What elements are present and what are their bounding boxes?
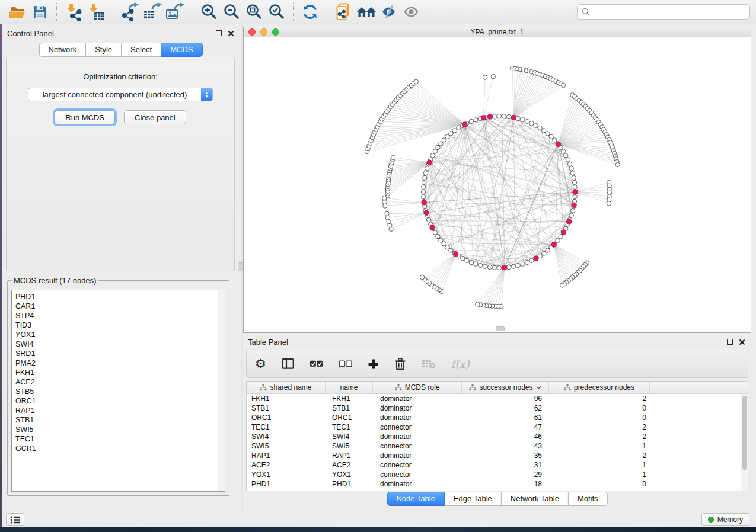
hide-selected-button[interactable] (378, 2, 400, 22)
table-cell: TEC1 (247, 423, 326, 431)
mcds-result-item[interactable]: STP4 (15, 311, 225, 321)
tab-select[interactable]: Select (121, 43, 161, 57)
memory-button[interactable]: Memory (701, 513, 749, 526)
control-panel-tabbar: NetworkStyleSelectMCDS (39, 43, 202, 57)
float-panel-icon[interactable] (216, 30, 222, 36)
tree-icon (564, 384, 571, 391)
mcds-result-item[interactable]: RAP1 (15, 406, 225, 415)
mcds-result-item[interactable]: PHD1 (15, 292, 225, 302)
mcds-result-item[interactable]: STB5 (15, 387, 225, 396)
search-input[interactable] (593, 8, 745, 16)
mcds-result-item[interactable]: ORC1 (15, 396, 225, 406)
delete-column-button[interactable] (394, 355, 406, 373)
import-network-button[interactable] (62, 2, 85, 22)
column-label: successor nodes (479, 383, 532, 392)
mcds-result-item[interactable]: SRD1 (15, 349, 225, 358)
run-mcds-button[interactable]: Run MCDS (55, 110, 115, 124)
mcds-result-list[interactable]: PHD1CAR1STP4TID3YOX1SWI4SRD1PMA2FKH1ACE2… (11, 290, 225, 492)
table-cell: dominator (373, 432, 462, 441)
table-row[interactable]: STB1STB1dominator620 (247, 403, 748, 413)
table-delete-icon (422, 359, 436, 368)
mcds-result-item[interactable]: GCR1 (15, 444, 225, 453)
houses-icon (356, 4, 377, 20)
table-row[interactable]: FKH1FKH1dominator962 (247, 394, 748, 403)
network-window-titlebar[interactable]: YPA_prune.txt_1 (244, 27, 751, 37)
apply-layout-button[interactable] (299, 2, 321, 22)
close-table-panel-icon[interactable] (739, 339, 745, 345)
save-session-button[interactable] (28, 2, 51, 22)
show-hidden-button[interactable] (400, 2, 423, 22)
export-image-icon (165, 3, 184, 21)
table-row[interactable]: SWI4SWI4dominator462 (247, 432, 748, 441)
mcds-result-item[interactable]: PMA2 (15, 358, 225, 368)
show-column-panel-button[interactable] (282, 355, 294, 373)
horizontal-splitter-handle[interactable] (496, 326, 505, 331)
table-row[interactable]: TEC1TEC1connector472 (247, 422, 748, 432)
table-row[interactable]: RAP1RAP1dominator352 (247, 451, 748, 460)
mcds-result-item[interactable]: YOX1 (15, 330, 225, 339)
mcds-list-scrollbar[interactable] (218, 290, 225, 491)
table-scrollbar[interactable] (741, 394, 748, 491)
zoom-in-button[interactable] (197, 2, 220, 22)
open-session-button[interactable] (6, 2, 28, 22)
close-panel-icon[interactable] (228, 30, 234, 37)
table-row[interactable]: ORC1ORC1dominator610 (247, 413, 748, 422)
new-network-from-selection-button[interactable] (333, 2, 355, 22)
zoom-selected-button[interactable] (265, 2, 288, 22)
function-builder-button[interactable]: f(x) (451, 355, 470, 373)
float-table-panel-icon[interactable] (727, 339, 733, 345)
table-body[interactable]: FKH1FKH1dominator962STB1STB1dominator620… (247, 394, 748, 489)
table-row[interactable]: SWI5SWI5connector431 (247, 441, 748, 451)
mcds-result-title: MCDS result (17 nodes) (12, 276, 98, 285)
tab-network-table[interactable]: Network Table (501, 492, 569, 506)
tab-style[interactable]: Style (85, 43, 122, 57)
mcds-result-item[interactable]: SWI5 (15, 425, 225, 434)
export-network-button[interactable] (119, 2, 141, 22)
tab-network[interactable]: Network (39, 43, 86, 57)
table-cell: YOX1 (247, 470, 326, 479)
mcds-result-item[interactable]: TEC1 (15, 434, 225, 444)
search-icon (582, 8, 590, 16)
mcds-result-item[interactable]: SWI4 (15, 339, 225, 349)
tab-edge-table[interactable]: Edge Table (444, 492, 502, 506)
table-cell: SWI4 (326, 432, 373, 441)
column-header-predecessor-nodes[interactable]: predecessor nodes (549, 382, 650, 393)
tab-motifs[interactable]: Motifs (568, 492, 608, 506)
table-cell: dominator (373, 451, 462, 460)
column-header-MCDS-role[interactable]: MCDS role (373, 382, 462, 393)
select-all-columns-button[interactable] (310, 355, 323, 373)
network-canvas[interactable] (244, 37, 751, 332)
deselect-all-columns-button[interactable] (339, 355, 352, 373)
column-header-shared-name[interactable]: shared name (247, 382, 326, 393)
optimization-criterion-select[interactable]: largest connected component (undirected)… (28, 88, 213, 101)
mcds-result-item[interactable]: FKH1 (15, 368, 225, 377)
column-label: name (340, 383, 358, 392)
column-header-successor-nodes[interactable]: successor nodes (462, 382, 549, 393)
table-cell: 2 (549, 395, 650, 403)
table-row[interactable]: YOX1YOX1connector291 (247, 470, 748, 479)
delete-table-button[interactable] (422, 355, 436, 373)
create-column-button[interactable] (368, 355, 379, 373)
zoom-fit-button[interactable] (243, 2, 265, 22)
close-panel-button[interactable]: Close panel (124, 110, 186, 124)
column-header-name[interactable]: name (326, 382, 373, 393)
table-settings-button[interactable]: ⚙ (255, 355, 266, 373)
houses-button[interactable] (355, 2, 378, 22)
table-row[interactable]: ACE2ACE2connector311 (247, 460, 748, 470)
export-image-button[interactable] (164, 2, 186, 22)
zoom-out-button[interactable] (220, 2, 243, 22)
mcds-result-item[interactable]: STB1 (15, 415, 225, 425)
export-table-button[interactable] (141, 2, 164, 22)
tab-node-table[interactable]: Node Table (387, 492, 445, 506)
import-table-button[interactable] (85, 2, 107, 22)
mcds-result-item[interactable]: CAR1 (15, 302, 225, 311)
table-cell: 0 (549, 404, 650, 412)
tab-mcds[interactable]: MCDS (161, 43, 202, 57)
table-scrollbar-thumb[interactable] (742, 396, 747, 470)
panel-chooser-button[interactable] (6, 513, 24, 526)
vertical-splitter-handle[interactable] (238, 262, 243, 271)
mcds-result-item[interactable]: TID3 (15, 321, 225, 330)
table-row[interactable]: PHD1PHD1dominator180 (247, 479, 748, 489)
checked-boxes-icon (310, 360, 323, 367)
mcds-result-item[interactable]: ACE2 (15, 377, 225, 387)
